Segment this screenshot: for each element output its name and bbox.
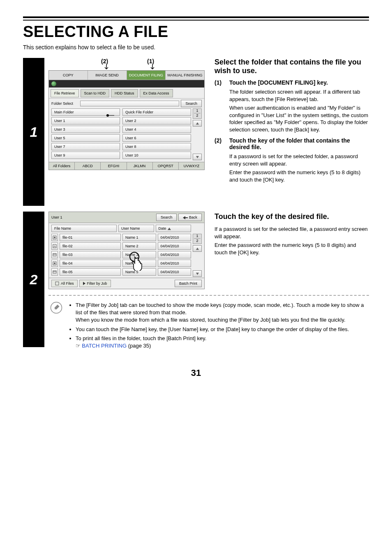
- file-type-icon: [51, 260, 58, 267]
- svg-point-7: [54, 263, 55, 264]
- file-row[interactable]: file-05Name 504/04/2010: [51, 268, 191, 276]
- file-list-panel: User 1 Search Back File Name User Name D…: [48, 212, 205, 289]
- folder-button[interactable]: User 4: [122, 126, 191, 133]
- touch-panel: COPY IMAGE SEND DOCUMENT FILING MANUAL F…: [48, 70, 205, 170]
- svg-point-0: [106, 114, 109, 117]
- step-body: Enter the password with the numeric keys…: [214, 242, 369, 256]
- arrow-up-icon: [196, 122, 199, 125]
- search-button[interactable]: Search: [181, 100, 202, 107]
- col-file-name[interactable]: File Name: [51, 225, 117, 232]
- back-button[interactable]: Back: [178, 214, 202, 221]
- step-number-box: 1: [23, 58, 44, 206]
- quick-file-folder-button[interactable]: Quick File Folder: [122, 108, 191, 116]
- file-row[interactable]: file-04Name 404/04/2010: [51, 260, 191, 267]
- substep-number: (2): [214, 137, 225, 150]
- alpha-tab[interactable]: UVWXYZ: [179, 162, 204, 170]
- globe-icon[interactable]: [51, 81, 56, 86]
- step-number-box: 2: [23, 212, 44, 347]
- tab-copy[interactable]: COPY: [49, 71, 88, 80]
- heading-rule: [23, 16, 369, 21]
- alpha-tab[interactable]: All Folders: [49, 162, 75, 170]
- batch-printing-link[interactable]: BATCH PRINTING: [82, 343, 127, 349]
- file-name-cell: file-02: [60, 242, 121, 250]
- folder-button[interactable]: User 3: [51, 126, 120, 133]
- subtab-file-retrieve[interactable]: File Retrieve: [51, 89, 79, 97]
- user-name-cell: Name 1: [122, 234, 156, 241]
- page-indicator: 12: [193, 108, 202, 119]
- tab-image-send[interactable]: IMAGE SEND: [88, 71, 127, 80]
- file-row[interactable]: file-02Name 204/04/2010: [51, 242, 191, 250]
- col-user-name[interactable]: User Name: [118, 225, 154, 232]
- svg-point-3: [54, 237, 55, 238]
- subtab-hdd-status[interactable]: HDD Status: [111, 89, 138, 97]
- step-number: 2: [30, 272, 38, 288]
- folder-button[interactable]: User 9: [51, 152, 120, 159]
- alpha-tab[interactable]: ABCD: [75, 162, 101, 170]
- scroll-down-button[interactable]: [193, 154, 202, 160]
- arrow-up-icon: [196, 247, 199, 251]
- step-number: 1: [30, 124, 38, 140]
- file-name-cell: file-05: [60, 268, 121, 276]
- folder-button[interactable]: User 1: [51, 117, 120, 124]
- tab-manual-finishing[interactable]: MANUAL FINISHING: [166, 71, 204, 80]
- scroll-up-button[interactable]: [193, 245, 202, 252]
- user-name-cell: Name 2: [122, 242, 156, 250]
- search-bar[interactable]: [80, 101, 179, 106]
- svg-rect-4: [53, 244, 56, 248]
- label-folder-select: Folder Select: [51, 101, 80, 106]
- callout-arrow-down: [150, 64, 154, 70]
- batch-print-button[interactable]: Batch Print: [175, 280, 202, 287]
- alpha-tab[interactable]: JKLMN: [127, 162, 153, 170]
- subtab-scan-hdd[interactable]: Scan to HDD: [81, 89, 110, 97]
- file-type-icon: [51, 268, 58, 276]
- arrow-down-icon: [196, 272, 199, 276]
- tab-filter-by-job[interactable]: Filter by Job: [79, 280, 111, 287]
- search-button[interactable]: Search: [156, 214, 177, 221]
- file-name-cell: file-03: [60, 251, 121, 258]
- tab-document-filing[interactable]: DOCUMENT FILING: [127, 71, 166, 80]
- user-name-cell: Name 3: [122, 251, 156, 258]
- folder-button[interactable]: User 7: [51, 143, 120, 150]
- date-cell: 04/04/2010: [158, 260, 191, 267]
- scroll-up-button[interactable]: [193, 120, 202, 127]
- callout-pointer: [106, 114, 114, 117]
- date-cell: 04/04/2010: [158, 268, 191, 276]
- substep-number: (1): [214, 79, 225, 86]
- folder-button[interactable]: User 2: [122, 117, 191, 124]
- step-heading: Select the folder that contains the file…: [214, 58, 369, 75]
- alpha-tab[interactable]: OPQRST: [153, 162, 179, 170]
- note-item: You can touch the [File Name] key, the […: [76, 326, 367, 333]
- files-icon: [55, 281, 59, 286]
- file-row[interactable]: file-01Name 104/04/2010: [51, 234, 191, 241]
- page-title: SELECTING A FILE: [23, 23, 369, 41]
- folder-button[interactable]: User 8: [122, 143, 191, 150]
- svg-rect-8: [53, 271, 56, 273]
- file-row[interactable]: file-03Name 304/04/2010: [51, 251, 191, 258]
- file-name-cell: file-01: [60, 234, 121, 241]
- page-intro: This section explains how to select a fi…: [23, 44, 369, 51]
- play-icon: [83, 282, 85, 285]
- folder-title: User 1: [51, 215, 154, 219]
- file-name-cell: file-04: [60, 260, 121, 267]
- sort-asc-icon: [168, 228, 171, 230]
- note-item: To print all files in the folder, touch …: [76, 335, 367, 350]
- page-number: 31: [23, 368, 369, 378]
- folder-button[interactable]: User 6: [122, 134, 191, 142]
- callout-arrow-down: [104, 64, 108, 70]
- folder-button[interactable]: User 5: [51, 134, 120, 142]
- svg-rect-9: [55, 282, 59, 285]
- tab-all-files[interactable]: All Files: [51, 280, 78, 287]
- scroll-down-button[interactable]: [193, 270, 202, 277]
- substep-body: The folder selection screen will appear.…: [229, 88, 369, 103]
- substep-body: If a password is set for the selected fo…: [229, 153, 369, 167]
- page-indicator: 12: [193, 234, 202, 244]
- substep-title: Touch the key of the folder that contain…: [229, 137, 369, 150]
- col-date[interactable]: Date: [156, 225, 191, 232]
- subtab-ex-data[interactable]: Ex Data Access: [140, 89, 173, 97]
- folder-button[interactable]: User 10: [122, 152, 191, 159]
- alpha-tab[interactable]: EFGHI: [101, 162, 127, 170]
- substep-title: Touch the [DOCUMENT FILING] key.: [229, 79, 328, 86]
- pointer-icon: ☞: [76, 343, 82, 349]
- note-pencil-icon: [50, 302, 62, 315]
- substep-body: Enter the password with the numeric keys…: [229, 169, 369, 183]
